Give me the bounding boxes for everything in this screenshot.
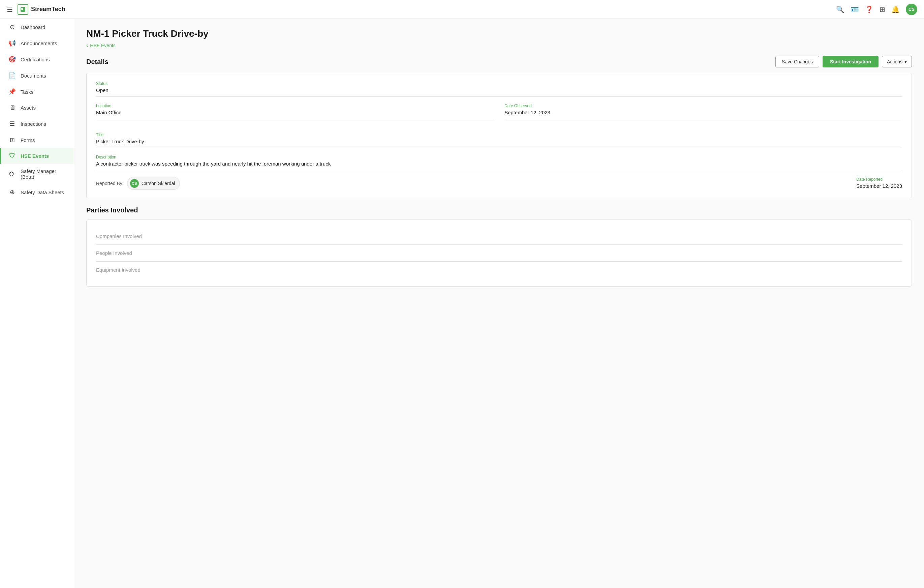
description-value: A contractor picker truck was speeding t… — [96, 161, 902, 170]
location-value: Main Office — [96, 109, 494, 119]
sidebar-item-certifications[interactable]: 🎯 Certifications — [0, 51, 74, 68]
status-label: Status — [96, 81, 902, 86]
reporter-name: Carson Skjerdal — [142, 181, 175, 186]
sidebar-label-announcements: Announcements — [21, 40, 57, 46]
hamburger-icon[interactable]: ☰ — [7, 5, 13, 13]
reported-by-label: Reported By: — [96, 181, 124, 186]
help-icon[interactable]: ❓ — [865, 5, 873, 13]
date-reported-section: Date Reported September 12, 2023 — [856, 177, 902, 189]
actions-label: Actions — [887, 59, 903, 64]
grid-icon[interactable]: ⊞ — [879, 5, 885, 13]
app-body: ⊙ Dashboard 📢 Announcements 🎯 Certificat… — [0, 19, 924, 588]
nav-left: ☰ StreamTech — [7, 4, 65, 15]
sidebar: ⊙ Dashboard 📢 Announcements 🎯 Certificat… — [0, 19, 74, 588]
logo-icon — [18, 4, 28, 15]
action-buttons: Save Changes Start Investigation Actions… — [776, 56, 912, 68]
sidebar-item-assets[interactable]: 🖥 Assets — [0, 100, 74, 116]
details-title: Details — [86, 58, 109, 66]
reporter-section: Reported By: CS Carson Skjerdal — [96, 177, 180, 190]
main-content: NM-1 Picker Truck Drive-by ‹ HSE Events … — [74, 19, 924, 588]
breadcrumb-label: HSE Events — [90, 43, 115, 48]
reporter-row: Reported By: CS Carson Skjerdal Date Rep… — [96, 177, 902, 190]
start-investigation-button[interactable]: Start Investigation — [823, 56, 878, 68]
sidebar-item-safety-manager[interactable]: ⛑ Safety Manager (Beta) — [0, 164, 74, 184]
sidebar-item-documents[interactable]: 📄 Documents — [0, 68, 74, 84]
top-navigation: ☰ StreamTech 🔍 🪪 ❓ ⊞ 🔔 CS — [0, 0, 924, 19]
sidebar-label-safety-manager: Safety Manager (Beta) — [21, 168, 66, 180]
safety-manager-icon: ⛑ — [8, 170, 16, 178]
nav-right: 🔍 🪪 ❓ ⊞ 🔔 CS — [836, 4, 917, 15]
sidebar-label-hse-events: HSE Events — [21, 153, 49, 159]
details-card: Status Open Location Main Office Date Ob… — [86, 73, 912, 198]
id-card-icon[interactable]: 🪪 — [851, 5, 859, 13]
sidebar-item-forms[interactable]: ⊞ Forms — [0, 132, 74, 148]
forms-icon: ⊞ — [8, 136, 16, 144]
search-icon[interactable]: 🔍 — [836, 5, 845, 13]
dashboard-icon: ⊙ — [8, 23, 16, 31]
safety-data-sheets-icon: ⊕ — [8, 188, 16, 196]
sidebar-item-tasks[interactable]: 📌 Tasks — [0, 84, 74, 100]
logo-inner-icon — [21, 7, 25, 12]
details-section-header: Details Save Changes Start Investigation… — [86, 56, 912, 68]
date-reported-label: Date Reported — [856, 177, 902, 182]
sidebar-item-dashboard[interactable]: ⊙ Dashboard — [0, 19, 74, 35]
location-label: Location — [96, 104, 494, 108]
date-reported-value: September 12, 2023 — [856, 183, 902, 189]
breadcrumb[interactable]: ‹ HSE Events — [86, 43, 912, 48]
sidebar-label-tasks: Tasks — [21, 89, 33, 95]
documents-icon: 📄 — [8, 72, 16, 79]
sidebar-item-hse-events[interactable]: 🛡 HSE Events — [0, 148, 74, 164]
companies-involved-field[interactable]: Companies Involved — [96, 228, 902, 245]
sidebar-item-inspections[interactable]: ☰ Inspections — [0, 116, 74, 132]
description-field: Description A contractor picker truck wa… — [96, 155, 902, 170]
sidebar-label-dashboard: Dashboard — [21, 24, 45, 30]
title-label: Title — [96, 132, 902, 137]
logo-area: StreamTech — [18, 4, 65, 15]
certifications-icon: 🎯 — [8, 56, 16, 63]
inspections-icon: ☰ — [8, 120, 16, 127]
location-date-row: Location Main Office Date Observed Septe… — [96, 104, 902, 126]
announcements-icon: 📢 — [8, 40, 16, 47]
description-label: Description — [96, 155, 902, 160]
page-title: NM-1 Picker Truck Drive-by — [86, 28, 912, 39]
user-avatar[interactable]: CS — [906, 4, 917, 15]
status-field: Status Open — [96, 81, 902, 97]
location-field: Location Main Office — [96, 104, 494, 119]
breadcrumb-back-icon: ‹ — [86, 43, 88, 48]
parties-card: Companies Involved People Involved Equip… — [86, 220, 912, 287]
sidebar-label-safety-data-sheets: Safety Data Sheets — [21, 190, 64, 195]
tasks-icon: 📌 — [8, 88, 16, 96]
sidebar-label-certifications: Certifications — [21, 57, 50, 63]
reporter-badge[interactable]: CS Carson Skjerdal — [127, 177, 180, 190]
date-observed-label: Date Observed — [505, 104, 902, 108]
save-changes-button[interactable]: Save Changes — [776, 56, 819, 68]
equipment-involved-field[interactable]: Equipment Involved — [96, 262, 902, 278]
parties-title: Parties Involved — [86, 206, 912, 214]
date-observed-value: September 12, 2023 — [505, 109, 902, 119]
title-field: Title Picker Truck Drive-by — [96, 132, 902, 148]
date-observed-field: Date Observed September 12, 2023 — [505, 104, 902, 119]
sidebar-item-announcements[interactable]: 📢 Announcements — [0, 35, 74, 51]
sidebar-label-inspections: Inspections — [21, 121, 46, 127]
hse-events-icon: 🛡 — [8, 152, 16, 160]
actions-button[interactable]: Actions ▾ — [882, 56, 912, 68]
sidebar-label-forms: Forms — [21, 137, 35, 143]
assets-icon: 🖥 — [8, 104, 16, 111]
chevron-down-icon: ▾ — [904, 59, 907, 64]
title-value: Picker Truck Drive-by — [96, 139, 902, 148]
brand-name: StreamTech — [31, 6, 65, 13]
sidebar-label-assets: Assets — [21, 105, 36, 111]
people-involved-field[interactable]: People Involved — [96, 245, 902, 262]
bell-icon[interactable]: 🔔 — [891, 5, 900, 13]
sidebar-item-safety-data-sheets[interactable]: ⊕ Safety Data Sheets — [0, 184, 74, 200]
reporter-avatar: CS — [130, 179, 139, 188]
status-value: Open — [96, 88, 902, 97]
sidebar-label-documents: Documents — [21, 73, 46, 79]
